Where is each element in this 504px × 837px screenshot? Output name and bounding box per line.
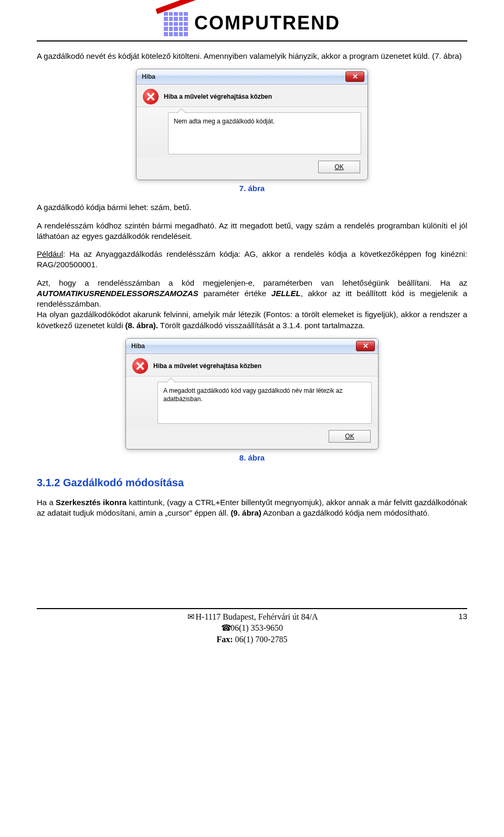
paragraph-2: A gazdálkodó kódja bármi lehet: szám, be… [37, 202, 467, 213]
page: COMPUTREND A gazdálkodó nevét és kódját … [0, 0, 504, 651]
envelope-icon: ✉ [186, 611, 196, 623]
paragraph-5: Azt, hogy a rendelésszámban a kód megjel… [37, 278, 467, 331]
p6-link: Szerkesztés ikonra [56, 498, 127, 507]
close-button[interactable] [345, 71, 364, 82]
phone-icon: ☎ [221, 622, 230, 634]
footer-line-3: Fax: 06(1) 700-2785 [186, 634, 318, 645]
dialog-titlebar: Hiba [126, 339, 378, 354]
logo-text-left: COMPU [194, 12, 270, 34]
dialog-footer: OK [136, 158, 368, 180]
dialog-title-text: Hiba [142, 72, 155, 81]
dialog-title-text: Hiba [131, 342, 145, 350]
p5b: paraméter értéke [198, 289, 271, 298]
footer-rule [37, 608, 467, 609]
dialog-message: A megadott gazdálkodó kód vagy gazdálkod… [158, 382, 372, 424]
footer-phone: 06(1) 353-9650 [230, 623, 283, 632]
p6c: (9. ábra) [230, 508, 261, 517]
ok-button[interactable]: OK [318, 161, 360, 173]
dialog-subtitle: Hiba a művelet végrehajtása közben [164, 92, 272, 101]
dialog-message: Nem adta meg a gazdálkodó kódját. [168, 112, 361, 154]
para4-lead: Például [37, 249, 63, 258]
p5-param: AUTOMATIKUSRENDELESSORSZAMOZAS [37, 289, 198, 298]
logo-text-right: TREND [270, 12, 340, 34]
dialog-header: Hiba a művelet végrehajtása közben [136, 85, 368, 107]
error-icon [132, 358, 148, 374]
page-footer: ✉H-1117 Budapest, Fehérvári út 84/A ☎06(… [37, 608, 467, 645]
footer-line-1: ✉H-1117 Budapest, Fehérvári út 84/A [186, 611, 318, 623]
close-icon [353, 74, 358, 79]
p5f: Törölt gazdálkodó visszaállítását a 3.1.… [158, 321, 365, 330]
p5e: (8. ábra). [125, 321, 158, 330]
section-heading-3-1-2: 3.1.2 Gazdálkodó módosítása [37, 476, 467, 490]
error-icon [143, 89, 159, 104]
figure-caption-7: 7. ábra [37, 183, 467, 194]
p5-val: JELLEL [271, 289, 301, 298]
header-rule [37, 40, 467, 41]
error-dialog-2: Hiba Hiba a művelet végrehajtása közben … [125, 338, 379, 449]
dialog-titlebar: Hiba [136, 69, 368, 85]
paragraph-6: Ha a Szerkesztés ikonra kattintunk, (vag… [37, 497, 467, 519]
dialog-header: Hiba a művelet végrehajtása közben [126, 354, 378, 376]
footer-address-block: ✉H-1117 Budapest, Fehérvári út 84/A ☎06(… [186, 611, 318, 645]
header-logo: COMPUTREND [37, 11, 467, 36]
p6d: Azonban a gazdálkodó kódja nem módosítha… [261, 508, 429, 517]
error-dialog-1: Hiba Hiba a művelet végrehajtása közben … [136, 69, 368, 180]
footer-fax-label: Fax: [216, 635, 233, 644]
footer-address: H-1117 Budapest, Fehérvári út 84/A [196, 612, 318, 621]
paragraph-3: A rendelésszám kódhoz szintén bármi mega… [37, 221, 467, 242]
logo-text: COMPUTREND [194, 11, 340, 36]
p5a: Azt, hogy a rendelésszámban a kód megjel… [37, 278, 467, 287]
close-button[interactable] [356, 341, 375, 351]
close-icon [363, 343, 368, 348]
logo-mark [164, 12, 188, 36]
footer-line-2: ☎06(1) 353-9650 [186, 622, 318, 634]
paragraph-4: Például: Ha az Anyaggazdálkodás rendelés… [37, 249, 467, 270]
logo-grid-icon [164, 12, 188, 36]
para4-rest: : Ha az Anyaggazdálkodás rendelésszám kó… [37, 249, 467, 269]
p6a: Ha a [37, 498, 56, 507]
ok-button[interactable]: OK [329, 430, 371, 443]
dialog-subtitle: Hiba a művelet végrehajtása közben [153, 362, 261, 370]
footer-fax-number: 06(1) 700-2785 [233, 635, 288, 644]
page-number: 13 [458, 611, 467, 622]
dialog-footer: OK [126, 427, 378, 449]
paragraph-1: A gazdálkodó nevét és kódját kötelező ki… [37, 51, 467, 61]
figure-caption-8: 8. ábra [37, 453, 467, 463]
